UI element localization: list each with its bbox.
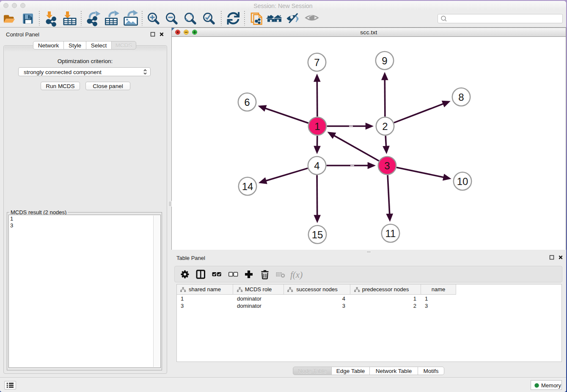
svg-text:14: 14 [242,181,253,192]
svg-text:4: 4 [314,160,319,171]
svg-text:8: 8 [458,91,464,103]
svg-text:9: 9 [382,55,387,66]
svg-text:7: 7 [314,57,319,68]
svg-text:15: 15 [312,229,323,240]
svg-text:6: 6 [244,97,250,108]
svg-text:11: 11 [385,228,396,239]
svg-text:1: 1 [314,121,320,132]
svg-text:f(x): f(x) [290,270,303,280]
svg-text:10: 10 [457,176,468,187]
svg-text:2: 2 [382,121,388,132]
svg-text:3: 3 [384,160,390,171]
